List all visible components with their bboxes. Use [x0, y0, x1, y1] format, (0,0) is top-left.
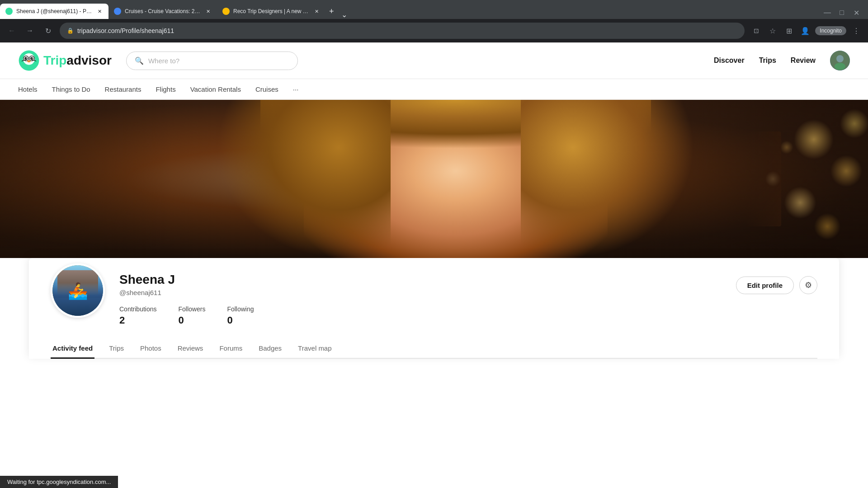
- tab-2[interactable]: Cruises - Cruise Vacations: 2023... ✕: [108, 4, 217, 19]
- lock-icon: 🔒: [67, 28, 74, 34]
- status-bar: Waiting for tpc.googlesyndication.com...: [0, 476, 118, 488]
- tab-photos[interactable]: Photos: [138, 339, 163, 359]
- contributions-label: Contributions: [119, 305, 157, 313]
- svg-point-1: [115, 9, 120, 14]
- tab-reviews[interactable]: Reviews: [176, 339, 205, 359]
- hero-background: [0, 100, 868, 258]
- tab-trips[interactable]: Trips: [107, 339, 126, 359]
- logo[interactable]: Tripadvisor: [18, 50, 112, 71]
- back-button[interactable]: ←: [5, 24, 18, 37]
- tab-search-button[interactable]: ⊞: [783, 24, 795, 37]
- search-input[interactable]: Where to?: [148, 57, 179, 65]
- tab-1-title: Sheena J (@sheenaj611) - Profil...: [16, 8, 92, 14]
- hero-banner: [0, 100, 868, 258]
- site-header: Tripadvisor 🔍 Where to? Discover Trips R…: [0, 42, 868, 79]
- tab-2-favicon: [114, 8, 121, 15]
- logo-text: Tripadvisor: [43, 53, 112, 68]
- tab-1-close[interactable]: ✕: [96, 8, 103, 15]
- forward-button[interactable]: →: [24, 24, 36, 37]
- profile-name: Sheena J: [119, 272, 722, 287]
- svg-point-14: [835, 63, 845, 70]
- status-text: Waiting for tpc.googlesyndication.com...: [7, 479, 111, 485]
- nav-things-to-do[interactable]: Things to Do: [52, 84, 90, 95]
- profile-info: Sheena J @sheenaj611 Contributions 2 Fol…: [119, 272, 722, 326]
- tab-3-close[interactable]: ✕: [313, 8, 320, 15]
- settings-button[interactable]: ⚙: [799, 276, 817, 294]
- following-value: 0: [227, 314, 254, 326]
- svg-point-10: [32, 57, 33, 58]
- profile-card: 🚣 Sheena J @sheenaj611 Contributions 2: [29, 258, 839, 359]
- profile-button[interactable]: 👤: [799, 24, 811, 37]
- svg-point-13: [836, 55, 844, 62]
- contributions-stat: Contributions 2: [119, 305, 157, 326]
- cast-button[interactable]: ⊡: [750, 24, 763, 37]
- svg-point-0: [7, 9, 11, 14]
- header-nav: Discover Trips Review: [714, 51, 850, 70]
- hero-bokeh-lights: [597, 100, 868, 258]
- nav-flights[interactable]: Flights: [156, 84, 175, 95]
- browser-chrome: Sheena J (@sheenaj611) - Profil... ✕ Cru…: [0, 0, 868, 42]
- nav-restaurants[interactable]: Restaurants: [105, 84, 142, 95]
- tab-badges[interactable]: Badges: [257, 339, 283, 359]
- tab-dropdown-button[interactable]: ⌄: [338, 10, 351, 19]
- tab-activity-feed[interactable]: Activity feed: [51, 339, 94, 359]
- browser-actions: ⊡ ☆ ⊞ 👤 Incognito ⋮: [750, 24, 863, 37]
- page-content: Tripadvisor 🔍 Where to? Discover Trips R…: [0, 42, 868, 359]
- nav-hotels[interactable]: Hotels: [18, 84, 38, 95]
- svg-point-9: [26, 57, 27, 58]
- profile-handle: @sheenaj611: [119, 289, 722, 296]
- address-bar[interactable]: 🔒 tripadvisor.com/Profile/sheenaj611: [60, 23, 745, 39]
- settings-icon: ⚙: [805, 280, 812, 290]
- svg-point-11: [27, 60, 31, 62]
- extensions-button[interactable]: ⋮: [850, 24, 863, 37]
- tab-3-title: Reco Trip Designers | A new kin...: [233, 8, 309, 14]
- profile-avatar: 🚣: [51, 263, 105, 318]
- tab-bar: Sheena J (@sheenaj611) - Profil... ✕ Cru…: [0, 0, 868, 19]
- followers-stat: Followers 0: [179, 305, 206, 326]
- tab-3[interactable]: Reco Trip Designers | A new kin... ✕: [217, 4, 326, 19]
- tab-1-favicon: [5, 8, 13, 15]
- close-window-button[interactable]: ✕: [850, 6, 863, 19]
- tab-2-close[interactable]: ✕: [204, 8, 212, 15]
- nav-vacation-rentals[interactable]: Vacation Rentals: [190, 84, 241, 95]
- svg-point-2: [224, 9, 228, 14]
- nav-review[interactable]: Review: [791, 56, 816, 65]
- following-label: Following: [227, 305, 254, 313]
- tab-forums[interactable]: Forums: [217, 339, 244, 359]
- edit-profile-button[interactable]: Edit profile: [736, 277, 794, 294]
- profile-actions: Edit profile ⚙: [736, 272, 817, 294]
- profile-stats: Contributions 2 Followers 0 Following 0: [119, 305, 722, 326]
- profile-tabs: Activity feed Trips Photos Reviews Forum…: [51, 339, 817, 359]
- new-tab-button[interactable]: +: [326, 4, 338, 19]
- tab-travel-map[interactable]: Travel map: [296, 339, 333, 359]
- tab-3-favicon: [222, 8, 230, 15]
- logo-owl-icon: [18, 50, 40, 71]
- nav-trips[interactable]: Trips: [759, 56, 776, 65]
- profile-header: 🚣 Sheena J @sheenaj611 Contributions 2: [51, 272, 817, 326]
- followers-value: 0: [179, 314, 206, 326]
- incognito-badge[interactable]: Incognito: [815, 26, 846, 35]
- maximize-button[interactable]: □: [835, 6, 848, 19]
- user-profile-avatar[interactable]: [830, 51, 850, 70]
- contributions-value: 2: [119, 314, 157, 326]
- nav-more[interactable]: ···: [293, 85, 299, 93]
- refresh-button[interactable]: ↻: [42, 24, 54, 37]
- search-bar[interactable]: 🔍 Where to?: [126, 52, 298, 70]
- address-bar-container: ← → ↻ 🔒 tripadvisor.com/Profile/sheenaj6…: [0, 19, 868, 42]
- followers-label: Followers: [179, 305, 206, 313]
- category-nav: Hotels Things to Do Restaurants Flights …: [0, 79, 868, 100]
- search-icon: 🔍: [135, 56, 144, 65]
- following-stat: Following 0: [227, 305, 254, 326]
- url-text: tripadvisor.com/Profile/sheenaj611: [77, 27, 174, 34]
- bookmark-button[interactable]: ☆: [766, 24, 779, 37]
- minimize-button[interactable]: —: [821, 6, 834, 19]
- nav-discover[interactable]: Discover: [714, 56, 745, 65]
- tab-2-title: Cruises - Cruise Vacations: 2023...: [125, 8, 201, 14]
- tab-1[interactable]: Sheena J (@sheenaj611) - Profil... ✕: [0, 4, 108, 19]
- nav-cruises[interactable]: Cruises: [255, 84, 278, 95]
